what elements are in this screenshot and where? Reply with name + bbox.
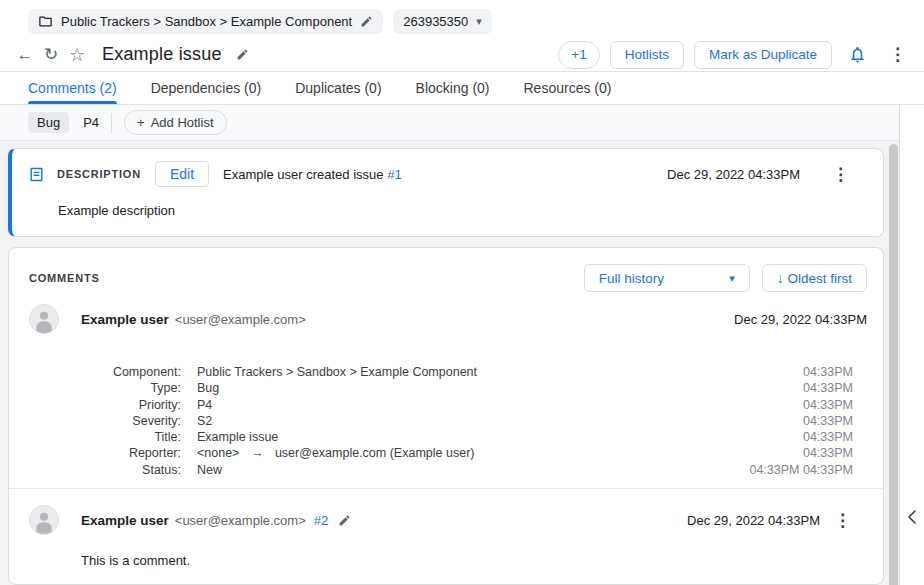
tab-comments[interactable]: Comments (2)	[28, 72, 117, 104]
back-icon[interactable]: ←	[12, 46, 38, 63]
arrow-right-icon: →	[251, 446, 264, 460]
comment-2-header: Example user <user@example.com> #2 Dec 2…	[29, 505, 867, 535]
comment-2-menu-icon[interactable]: ⋮	[830, 512, 855, 529]
plus-icon: +	[137, 115, 145, 130]
chips-band: Bug P4 + Add Hotlist	[0, 105, 899, 141]
header-actions: +1 Hotlists Mark as Duplicate ⋮	[558, 41, 910, 69]
header-row-breadcrumb: Public Trackers > Sandbox > Example Comp…	[0, 0, 924, 38]
avatar	[29, 505, 59, 535]
issue-tracker-app: Public Trackers > Sandbox > Example Comp…	[0, 0, 924, 585]
sort-order-button[interactable]: ↓ Oldest first	[762, 264, 867, 292]
edit-component-icon[interactable]	[360, 15, 373, 28]
comment-ref-link[interactable]: #2	[314, 513, 328, 528]
field-row-priority: Priority: P4 04:33PM	[29, 397, 867, 413]
created-by-text: Example user created issue #1	[223, 167, 402, 182]
tab-duplicates[interactable]: Duplicates (0)	[295, 72, 381, 104]
breadcrumb-text: Public Trackers > Sandbox > Example Comp…	[61, 14, 352, 29]
priority-chip[interactable]: P4	[83, 115, 99, 130]
description-card: DESCRIPTION Edit Example user created is…	[8, 148, 884, 237]
issue-ref-link[interactable]: #1	[387, 167, 401, 182]
main-area: Bug P4 + Add Hotlist DESCRIPTION Edit	[0, 105, 924, 585]
header-row-title: ← ↻ ☆ Example issue +1 Hotlists Mark as …	[0, 38, 924, 71]
comment-1-author-line: Example user <user@example.com>	[81, 312, 306, 327]
star-icon[interactable]: ☆	[64, 46, 90, 64]
breadcrumb[interactable]: Public Trackers > Sandbox > Example Comp…	[28, 9, 383, 34]
issue-id-dropdown[interactable]: 263935350 ▾	[393, 9, 492, 34]
field-row-type: Type: Bug 04:33PM	[29, 380, 867, 396]
description-label: DESCRIPTION	[57, 168, 141, 180]
overflow-menu-icon[interactable]: ⋮	[885, 46, 910, 63]
field-row-component: Component: Public Trackers > Sandbox > E…	[29, 364, 867, 380]
history-filter-value: Full history	[599, 271, 664, 286]
edit-comment-icon[interactable]	[338, 514, 351, 530]
comment-2-body: This is a comment.	[81, 553, 867, 568]
issue-content-pane: Bug P4 + Add Hotlist DESCRIPTION Edit	[0, 105, 900, 585]
field-row-reporter: Reporter: <none> → user@example.com (Exa…	[29, 445, 867, 461]
vertical-scrollbar[interactable]	[889, 144, 898, 585]
add-hotlist-button[interactable]: + Add Hotlist	[124, 110, 226, 135]
notifications-bell-icon[interactable]	[848, 45, 867, 64]
tab-resources[interactable]: Resources (0)	[524, 72, 612, 104]
issue-type-chip[interactable]: Bug	[28, 112, 69, 133]
comment-2: Example user <user@example.com> #2 Dec 2…	[29, 489, 867, 568]
history-filter-select[interactable]: Full history ▾	[584, 264, 750, 292]
edit-description-button[interactable]: Edit	[155, 161, 209, 187]
author-name: Example user	[81, 312, 169, 327]
field-row-severity: Severity: S2 04:33PM	[29, 413, 867, 429]
tab-bar: Comments (2) Dependencies (0) Duplicates…	[0, 72, 924, 105]
reporter-change: <none> → user@example.com (Example user)	[197, 445, 474, 461]
comment-1-date: Dec 29, 2022 04:33PM	[734, 312, 867, 327]
comments-card: COMMENTS Full history ▾ ↓ Oldest first	[8, 247, 884, 585]
comments-label: COMMENTS	[29, 272, 100, 284]
description-date: Dec 29, 2022 04:33PM	[667, 167, 800, 182]
page-title: Example issue	[102, 44, 222, 65]
comment-2-author-line: Example user <user@example.com> #2	[81, 512, 351, 528]
arrow-down-icon: ↓	[777, 271, 784, 285]
refresh-icon[interactable]: ↻	[38, 46, 64, 63]
field-row-status: Status: New 04:33PM 04:33PM	[29, 462, 867, 478]
comments-header: COMMENTS Full history ▾ ↓ Oldest first	[29, 264, 867, 292]
author-name: Example user	[81, 513, 169, 528]
expand-panel-chevron-icon[interactable]	[907, 510, 917, 524]
author-email: <user@example.com>	[175, 513, 306, 528]
divider	[111, 113, 112, 133]
mark-as-duplicate-button[interactable]: Mark as Duplicate	[694, 41, 832, 69]
hotlists-button[interactable]: Hotlists	[610, 41, 684, 69]
chevron-down-icon: ▾	[476, 16, 482, 27]
issue-id: 263935350	[403, 14, 468, 29]
tab-dependencies[interactable]: Dependencies (0)	[151, 72, 262, 104]
field-row-title: Title: Example issue 04:33PM	[29, 429, 867, 445]
author-email: <user@example.com>	[175, 312, 306, 327]
tab-blocking[interactable]: Blocking (0)	[416, 72, 490, 104]
description-header: DESCRIPTION Edit Example user created is…	[28, 161, 867, 187]
document-icon	[28, 166, 45, 183]
description-body: Example description	[58, 203, 867, 218]
comment-1-header: Example user <user@example.com> Dec 29, …	[29, 304, 867, 334]
folder-icon	[38, 14, 53, 29]
chevron-down-icon: ▾	[729, 273, 735, 284]
description-menu-icon[interactable]: ⋮	[828, 166, 853, 183]
comment-1: Example user <user@example.com> Dec 29, …	[29, 304, 867, 478]
right-panel-rail	[900, 105, 924, 585]
comments-controls: Full history ▾ ↓ Oldest first	[584, 264, 867, 292]
field-change-table: Component: Public Trackers > Sandbox > E…	[29, 364, 867, 478]
add-hotlist-label: Add Hotlist	[151, 115, 214, 130]
comment-2-date: Dec 29, 2022 04:33PM	[687, 513, 820, 528]
sort-order-label: Oldest first	[787, 271, 852, 286]
edit-title-icon[interactable]	[236, 48, 249, 61]
avatar	[29, 304, 59, 334]
plus-one-button[interactable]: +1	[558, 41, 599, 69]
header: Public Trackers > Sandbox > Example Comp…	[0, 0, 924, 72]
